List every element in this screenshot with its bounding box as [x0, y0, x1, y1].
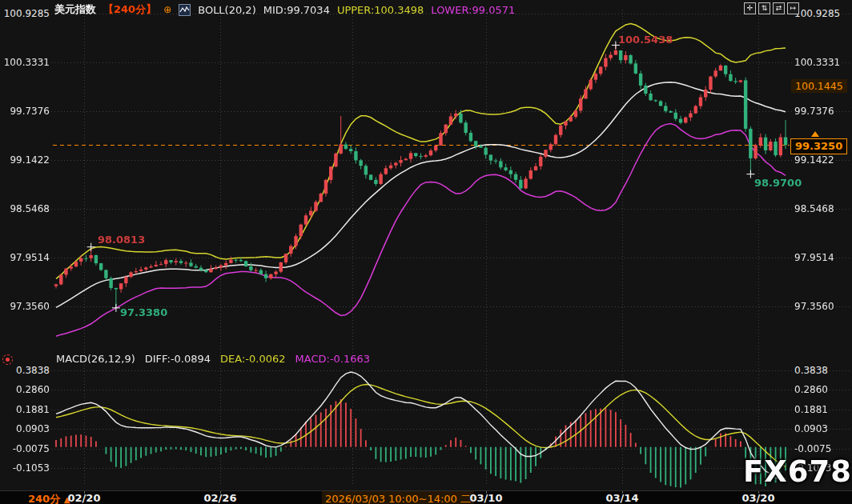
chart-toolbar: ✛ ⇅ ⇄ ↦: [744, 2, 799, 14]
price-axis-label: 99.1422: [793, 154, 836, 166]
price-axis-label: 99.7376: [0, 106, 51, 117]
price-axis-label: 97.3560: [793, 301, 836, 312]
interval-button[interactable]: 240分 ▲: [28, 492, 70, 504]
macd-axis-label: 0.2860: [793, 384, 830, 395]
macd-axis-label: 0.1881: [0, 404, 51, 415]
time-label: 02/26: [204, 492, 237, 504]
macd-diff-value: DIFF:-0.0894: [145, 353, 211, 365]
pan-right-icon[interactable]: ↦: [787, 2, 799, 14]
time-highlight-label: 2026/03/03 10:00~14:00 二: [322, 491, 474, 504]
macd-axis-label: 0.3838: [793, 365, 830, 376]
price-axis-label: 97.9514: [793, 252, 836, 263]
macd-axis-label: -0.0075: [0, 443, 51, 454]
macd-axis-label: 0.0903: [0, 423, 51, 434]
price-axis-label: 97.9514: [0, 252, 51, 263]
chart-canvas[interactable]: [0, 0, 852, 504]
price-up-arrow-icon: [811, 131, 819, 137]
price-axis-label: 100.3331: [0, 57, 51, 68]
price-axis-label: 100.9285: [0, 8, 51, 19]
boll-upper-value: UPPER:100.3498: [337, 4, 424, 16]
plus-circle-icon[interactable]: ⊕: [163, 4, 171, 15]
fx-chart-app: { "header": { "symbol": "美元指数", "interva…: [0, 0, 852, 504]
price-axis-label: 97.3560: [0, 301, 51, 312]
site-watermark: FX678: [743, 454, 852, 489]
boll-lower-value: LOWER:99.0571: [431, 4, 515, 16]
annotation-left-low: 97.3380: [120, 306, 167, 318]
macd-header: MACD(26,12,9) DIFF:-0.0894 DEA:-0.0062 M…: [56, 353, 370, 365]
time-label: 03/10: [470, 492, 503, 504]
time-label: 03/14: [606, 492, 639, 504]
x-axis-zoom-icon[interactable]: ⇄: [773, 2, 785, 14]
price-axis-label: 100.3331: [793, 57, 842, 68]
macd-axis-label: -0.1053: [0, 462, 51, 474]
boll-label: BOLL(20,2): [198, 4, 256, 16]
macd-macd-value: MACD:-0.1663: [295, 353, 371, 365]
y-axis-zoom-icon[interactable]: ⇅: [758, 2, 770, 14]
price-axis-label: 99.1422: [0, 154, 51, 166]
interval-selector[interactable]: 【240分】: [103, 2, 156, 17]
macd-title: MACD(26,12,9): [56, 353, 135, 365]
price-axis-label: 98.5468: [0, 203, 51, 214]
annotation-recent-low: 98.9700: [754, 177, 802, 189]
pan-icon[interactable]: ✛: [744, 2, 756, 14]
price-axis-label: 98.5468: [793, 203, 836, 214]
macd-settings-icon[interactable]: [2, 354, 13, 365]
time-label: 02/20: [68, 492, 101, 504]
last-price-badge: 99.3250: [790, 138, 847, 154]
time-label: 03/20: [742, 492, 775, 504]
annotation-peak-high: 100.5438: [618, 34, 673, 46]
price-axis-label: 100.9285: [793, 8, 842, 19]
macd-axis-label: 0.2860: [0, 384, 51, 395]
macd-dea-value: DEA:-0.0062: [220, 353, 285, 365]
time-axis-bar: 240分 ▲ 02/20 02/26 2026/03/03 10:00~14:0…: [0, 490, 852, 504]
symbol-name: 美元指数: [54, 2, 96, 17]
indicator-chart-icon: [179, 4, 191, 16]
price-axis-label: 99.7376: [793, 106, 836, 117]
macd-axis-label: 0.0903: [793, 423, 830, 434]
macd-axis-label: 0.3838: [0, 365, 51, 376]
marker-price-badge: 100.1445: [791, 79, 847, 93]
annotation-left-high: 98.0813: [98, 234, 145, 246]
boll-mid-value: MID:99.7034: [263, 4, 330, 16]
macd-axis-label: -0.0075: [793, 443, 833, 454]
chart-header: 美元指数 【240分】 ⊕ BOLL(20,2) MID:99.7034 UPP…: [54, 2, 515, 17]
macd-axis-label: 0.1881: [793, 404, 830, 415]
